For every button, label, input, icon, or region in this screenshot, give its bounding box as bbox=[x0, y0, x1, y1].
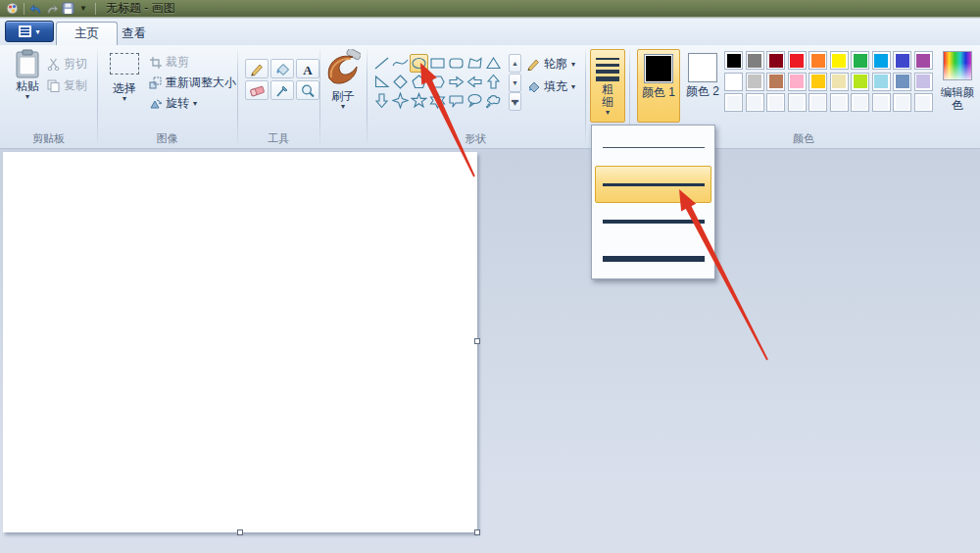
palette-empty-slot-4[interactable] bbox=[808, 93, 827, 112]
shape-polygon[interactable] bbox=[466, 54, 484, 73]
eraser-tool-button[interactable] bbox=[245, 80, 269, 100]
palette-color-r2-9[interactable] bbox=[914, 73, 933, 91]
resize-button[interactable]: 重新调整大小 bbox=[149, 74, 236, 91]
group-separator bbox=[319, 49, 320, 143]
canvas-resize-handle-right[interactable] bbox=[474, 338, 480, 344]
rotate-icon bbox=[149, 97, 162, 110]
shape-arrow-down[interactable] bbox=[372, 91, 391, 110]
palette-color-r1-3[interactable] bbox=[788, 51, 807, 70]
shape-ellipse[interactable] bbox=[410, 54, 428, 73]
canvas-resize-handle-corner[interactable] bbox=[474, 529, 480, 535]
size-option-3px[interactable] bbox=[595, 166, 711, 203]
canvas-resize-handle-bottom[interactable] bbox=[237, 529, 243, 535]
shape-star-6[interactable] bbox=[428, 91, 447, 110]
shape-line[interactable] bbox=[372, 54, 391, 73]
paste-button[interactable]: 粘贴 bbox=[8, 49, 47, 100]
palette-empty-slot-0[interactable] bbox=[724, 93, 743, 112]
brushes-button[interactable]: 刷子 bbox=[323, 49, 363, 110]
copy-button[interactable]: 复制 bbox=[47, 76, 87, 94]
palette-color-r1-5[interactable] bbox=[830, 51, 849, 70]
shape-callout-cloud[interactable] bbox=[484, 91, 503, 110]
shapes-more-button[interactable]: ▬▼ bbox=[509, 92, 521, 111]
shape-triangle[interactable] bbox=[484, 54, 503, 73]
color1-swatch bbox=[644, 54, 673, 83]
shape-diamond[interactable] bbox=[391, 73, 410, 91]
shape-rounded-rectangle[interactable] bbox=[447, 54, 466, 73]
shape-star-5[interactable] bbox=[410, 91, 428, 110]
text-tool-button[interactable]: A bbox=[296, 59, 319, 78]
palette-empty-slot-3[interactable] bbox=[788, 93, 807, 112]
shape-hexagon[interactable] bbox=[428, 73, 447, 91]
shape-fill-button[interactable]: 填充 bbox=[526, 77, 575, 95]
palette-color-r1-1[interactable] bbox=[746, 51, 764, 70]
palette-color-r1-6[interactable] bbox=[851, 51, 869, 70]
brushes-dropdown-arrow bbox=[341, 103, 345, 110]
palette-empty-slot-8[interactable] bbox=[893, 93, 911, 112]
shape-star-4[interactable] bbox=[391, 91, 410, 110]
palette-empty-slot-1[interactable] bbox=[746, 93, 764, 112]
size-button[interactable]: 粗细 bbox=[590, 49, 625, 123]
palette-color-r1-7[interactable] bbox=[872, 51, 891, 70]
application-menu-button[interactable]: ▾ bbox=[5, 21, 54, 42]
select-button[interactable]: 选择 bbox=[104, 49, 145, 102]
palette-color-r2-6[interactable] bbox=[851, 73, 869, 91]
shape-arrow-left[interactable] bbox=[466, 73, 484, 91]
rotate-dropdown-arrow bbox=[193, 100, 197, 107]
undo-button[interactable] bbox=[28, 2, 44, 16]
cut-button[interactable]: 剪切 bbox=[47, 55, 87, 73]
palette-empty-slot-5[interactable] bbox=[830, 93, 849, 112]
shape-pentagon[interactable] bbox=[410, 73, 428, 91]
palette-color-r2-3[interactable] bbox=[788, 73, 807, 91]
palette-color-r1-0[interactable] bbox=[724, 51, 743, 70]
palette-color-r2-8[interactable] bbox=[893, 73, 911, 91]
shape-line-icon bbox=[373, 55, 390, 72]
palette-color-r1-2[interactable] bbox=[766, 51, 785, 70]
crop-button[interactable]: 裁剪 bbox=[149, 53, 189, 71]
redo-button[interactable] bbox=[44, 2, 60, 16]
edit-colors-button[interactable]: 编辑颜色 bbox=[937, 51, 978, 112]
rotate-button[interactable]: 旋转 bbox=[149, 94, 197, 112]
palette-empty-slot-7[interactable] bbox=[872, 93, 891, 112]
shape-right-triangle[interactable] bbox=[372, 73, 391, 91]
shape-callout-rounded-rect-icon bbox=[448, 92, 465, 109]
tab-view[interactable]: 查看 bbox=[104, 22, 164, 45]
qat-customize-dropdown[interactable]: ▼ bbox=[75, 2, 91, 16]
palette-color-r1-8[interactable] bbox=[893, 51, 911, 70]
palette-color-r1-9[interactable] bbox=[914, 51, 933, 70]
size-option-6px[interactable] bbox=[595, 240, 711, 277]
fill-tool-button[interactable] bbox=[270, 59, 294, 78]
save-button[interactable] bbox=[60, 2, 75, 16]
palette-color-r2-2[interactable] bbox=[766, 73, 785, 91]
shape-ellipse-icon bbox=[411, 55, 427, 72]
shape-arrow-right[interactable] bbox=[447, 73, 466, 91]
magnifier-tool-button[interactable] bbox=[296, 80, 319, 100]
palette-color-r2-1[interactable] bbox=[746, 73, 764, 91]
palette-empty-slot-6[interactable] bbox=[851, 93, 869, 112]
palette-color-r2-7[interactable] bbox=[872, 73, 891, 91]
color-picker-tool-button[interactable] bbox=[270, 80, 294, 100]
shape-star-4-icon bbox=[392, 92, 409, 109]
shape-curve[interactable] bbox=[391, 54, 410, 73]
shape-callout-rounded-rect[interactable] bbox=[447, 91, 466, 110]
palette-color-r2-5[interactable] bbox=[830, 73, 849, 91]
pencil-tool-button[interactable] bbox=[245, 59, 269, 78]
palette-color-r1-4[interactable] bbox=[808, 51, 827, 70]
outline-label: 轮廓 bbox=[544, 56, 567, 73]
shapes-grid bbox=[372, 54, 507, 110]
shape-callout-oval[interactable] bbox=[466, 91, 484, 110]
tab-home-label: 主页 bbox=[74, 25, 99, 42]
palette-color-r2-0[interactable] bbox=[724, 73, 743, 91]
palette-empty-slot-9[interactable] bbox=[914, 93, 933, 112]
palette-color-r2-4[interactable] bbox=[808, 73, 827, 91]
shape-arrow-up[interactable] bbox=[484, 73, 503, 91]
color1-button[interactable]: 颜色 1 bbox=[637, 49, 680, 123]
size-option-4px[interactable] bbox=[595, 203, 711, 240]
size-option-1px[interactable] bbox=[595, 128, 711, 166]
palette-empty-slot-2[interactable] bbox=[766, 93, 785, 112]
outline-button[interactable]: 轮廓 bbox=[526, 55, 575, 73]
shapes-scroll-down-button[interactable]: ▼ bbox=[509, 74, 521, 92]
drawing-canvas[interactable] bbox=[3, 152, 477, 532]
shapes-scroll-up-button[interactable]: ▲ bbox=[509, 54, 521, 73]
color2-button[interactable]: 颜色 2 bbox=[683, 49, 722, 123]
shape-rectangle[interactable] bbox=[428, 54, 447, 73]
